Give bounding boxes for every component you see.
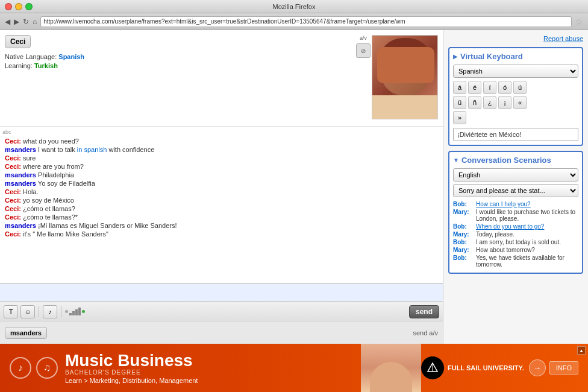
cs-language-select[interactable]: English xyxy=(453,168,578,182)
cs-scenario-select[interactable]: Sorry and please at the stat... xyxy=(453,184,578,197)
chat-message: Ceci: yo soy de México xyxy=(5,197,438,204)
vk-key-guillemet-right[interactable]: » xyxy=(453,111,466,124)
vk-key-inverted-exclaim[interactable]: ¡ xyxy=(498,96,511,109)
left-panel: Ceci Native Language: Spanish Learning: … xyxy=(0,30,443,344)
message-sender: Ceci: xyxy=(5,188,21,195)
av-label: a/v xyxy=(360,35,367,41)
cs-conversation: Bob: How can I help you? Mary: I would l… xyxy=(453,201,578,268)
sound-button[interactable]: ♪ xyxy=(43,305,57,318)
nav-forward-icon[interactable]: ▶ xyxy=(14,17,19,26)
message-text: Philadelphia xyxy=(38,171,74,179)
av-settings-icon[interactable]: ⊘ xyxy=(356,43,371,58)
vk-key-o-acute[interactable]: ó xyxy=(498,81,511,94)
message-sender: Ceci: xyxy=(5,205,21,212)
emoji-button[interactable]: ☺ xyxy=(20,305,35,318)
ad-badge[interactable]: ▲ xyxy=(577,346,586,355)
nav-back-icon[interactable]: ◀ xyxy=(5,17,10,26)
cs-link[interactable]: How can I help you? xyxy=(476,201,531,207)
chat-message: Ceci: what do you need? xyxy=(5,138,438,145)
message-text: ¡Mi llamas es Miguel Sanders or Mike San… xyxy=(38,222,177,229)
learning-language: Learning: Turkish xyxy=(5,62,372,69)
ad-face-image xyxy=(361,344,421,392)
vk-key-e-acute[interactable]: é xyxy=(468,81,481,94)
message-text: I want to talk in spanish with confidenc… xyxy=(38,146,154,153)
vk-collapse-icon[interactable]: ▶ xyxy=(453,53,458,60)
signal-bar xyxy=(72,311,75,315)
message-input-area[interactable] xyxy=(0,283,443,302)
vk-row-3: » xyxy=(453,111,578,124)
ad-arrow-icon: → xyxy=(529,359,546,376)
ad-banner[interactable]: ♪ ♫ Music Business BACHELOR'S DEGREE Lea… xyxy=(0,344,588,392)
vk-language-select[interactable]: Spanish xyxy=(453,65,578,78)
chat-area[interactable]: abc Ceci: what do you need? msanders I w… xyxy=(0,127,443,283)
message-text: what do you need? xyxy=(23,138,79,145)
text-format-button[interactable]: T xyxy=(4,305,18,318)
message-input[interactable] xyxy=(0,284,443,301)
user-bottom: msanders send a/v xyxy=(0,321,443,344)
vk-key-a-acute[interactable]: á xyxy=(453,81,466,94)
signal-dot xyxy=(65,310,68,313)
home-icon[interactable]: ⌂ xyxy=(33,17,37,26)
message-text: where are you from? xyxy=(23,163,84,170)
vk-title: Virtual Keyboard xyxy=(460,52,523,61)
virtual-keyboard-panel: ▶ Virtual Keyboard Spanish á é í ó ú ü ñ… xyxy=(448,47,583,146)
emoji-icon: ☺ xyxy=(24,308,31,315)
ad-description: Learn > Marketing, Distribution, Managem… xyxy=(65,377,361,384)
current-user-tag[interactable]: msanders xyxy=(5,327,47,339)
abc-label: abc xyxy=(2,129,11,135)
bookmark-star-icon[interactable]: ☆ xyxy=(575,17,583,27)
vk-key-u-acute[interactable]: ú xyxy=(513,81,527,94)
full-sail-text: FULL SAIL UNIVERSITY. xyxy=(448,364,524,371)
full-sail-logo-circle xyxy=(421,356,444,379)
send-av-button[interactable]: send a/v xyxy=(413,329,438,337)
chat-message: Ceci: it's " Me llamo Mike Sanders" xyxy=(5,230,438,238)
report-abuse-link[interactable]: Report abuse xyxy=(448,35,583,42)
send-button[interactable]: send xyxy=(409,305,439,318)
cs-text: Yes, we have tickets available for tomor… xyxy=(476,254,578,268)
cs-speaker: Mary: xyxy=(453,231,474,238)
chat-message: Ceci: ¿cómo te llamas?* xyxy=(5,213,438,221)
native-language: Native Language: Spanish xyxy=(5,53,372,60)
vk-key-guillemet-left[interactable]: « xyxy=(513,96,527,109)
full-sail-logo: FULL SAIL UNIVERSITY. xyxy=(421,356,524,379)
chat-outer: abc Ceci: what do you need? msanders I w… xyxy=(0,127,443,321)
url-input[interactable] xyxy=(40,16,572,27)
cs-line: Mary: Today, please. xyxy=(453,231,578,238)
refresh-icon[interactable]: ↻ xyxy=(23,17,29,26)
user-header: Ceci Native Language: Spanish Learning: … xyxy=(0,30,443,127)
cs-speaker: Mary: xyxy=(453,209,474,222)
cs-line: Mary: I would like to purchase two ticke… xyxy=(453,209,578,222)
cs-line: Bob: Yes, we have tickets available for … xyxy=(453,254,578,268)
avatar-image xyxy=(372,35,437,119)
ad-cta: → INFO xyxy=(529,359,578,376)
message-sender: msanders xyxy=(5,146,36,153)
vk-key-n-tilde[interactable]: ñ xyxy=(468,96,481,109)
user-info: Ceci Native Language: Spanish Learning: … xyxy=(5,35,372,121)
cs-line: Mary: How about tomorrow? xyxy=(453,247,578,253)
minimize-button[interactable] xyxy=(15,3,22,10)
window-title: Mozilla Firefox xyxy=(273,3,316,10)
message-sender: Ceci: xyxy=(5,154,21,162)
vk-keys: á é í ó ú ü ñ ¿ ¡ « » xyxy=(453,81,578,124)
ad-right: FULL SAIL UNIVERSITY. → INFO xyxy=(421,356,578,379)
message-text: yo soy de México xyxy=(23,197,74,204)
vk-key-i-acute[interactable]: í xyxy=(483,81,496,94)
user-name-button[interactable]: Ceci xyxy=(5,35,31,48)
cs-collapse-icon[interactable]: ▼ xyxy=(453,157,459,163)
sail-logo-icon xyxy=(427,362,439,374)
info-button[interactable]: INFO xyxy=(549,361,578,375)
message-sender: Ceci: xyxy=(5,213,21,221)
cs-text: How can I help you? xyxy=(476,201,578,207)
chat-message: msanders I want to talk in spanish with … xyxy=(5,146,438,153)
cs-text: When do you want to go? xyxy=(476,223,578,230)
message-sender: Ceci: xyxy=(5,138,21,145)
close-button[interactable] xyxy=(5,3,12,10)
cs-title: Conversation Scenarios xyxy=(461,156,551,165)
conversation-scenarios-panel: ▼ Conversation Scenarios English Sorry a… xyxy=(448,151,583,274)
chat-message: msanders Philadelphia xyxy=(5,171,438,179)
cs-link[interactable]: When do you want to go? xyxy=(476,223,544,230)
ad-subtitle: BACHELOR'S DEGREE xyxy=(65,369,361,376)
vk-key-u-umlaut[interactable]: ü xyxy=(453,96,466,109)
maximize-button[interactable] xyxy=(25,3,33,10)
vk-key-inverted-question[interactable]: ¿ xyxy=(483,96,496,109)
